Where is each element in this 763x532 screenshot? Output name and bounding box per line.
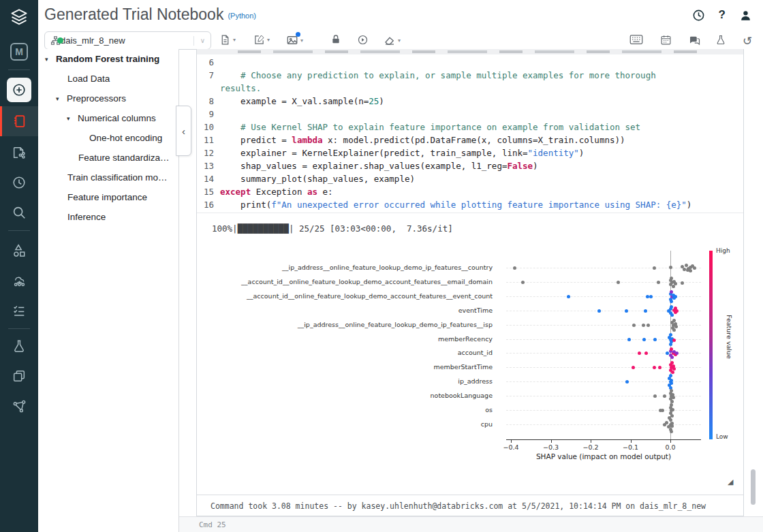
sidebar-divider — [8, 328, 30, 329]
feature-label: ip_address — [458, 377, 493, 385]
toc-item[interactable]: Feature standardiza… — [38, 148, 178, 168]
toc-item[interactable]: ▾Random Forest training — [38, 49, 178, 69]
shap-point — [657, 281, 660, 284]
shap-point — [644, 351, 648, 355]
history-button[interactable]: ↻ — [743, 34, 752, 48]
cluster-selector[interactable]: dais_mlr_8_new ∨ — [44, 31, 211, 50]
toc-item[interactable]: Train classification mo… — [38, 168, 178, 187]
shap-point — [670, 300, 673, 303]
shap-point — [647, 324, 650, 327]
cluster-status-dot — [57, 37, 63, 44]
feature-label: notebookLanguage — [431, 392, 493, 399]
experiments-flask-icon[interactable] — [0, 332, 38, 360]
toc-item-label: Numerical columns — [78, 113, 156, 123]
colorbar-title: Feature value — [726, 315, 733, 359]
toc-item[interactable]: One-hot encoding — [38, 128, 178, 148]
toc-item[interactable]: ▾Numerical columns — [38, 108, 178, 128]
x-tick-label: 0.0 — [665, 443, 675, 451]
lock-button[interactable] — [330, 34, 341, 45]
user-icon[interactable] — [739, 9, 752, 22]
shap-point — [665, 421, 668, 424]
page-title: Generated Trial Notebook(Python) — [44, 5, 256, 24]
shap-point — [653, 338, 657, 341]
toc-caret-icon[interactable]: ▾ — [67, 115, 78, 122]
vertical-scrollbar[interactable] — [751, 469, 756, 505]
feature-label: account_id — [458, 349, 493, 356]
feature-label: __account_id__online_feature_lookup_demo… — [247, 292, 493, 300]
compute-cloud-icon[interactable] — [0, 267, 38, 294]
shap-point — [521, 281, 525, 284]
databricks-logo[interactable] — [0, 4, 38, 31]
shap-point — [670, 389, 673, 392]
models-icon[interactable] — [0, 362, 38, 390]
shap-point — [642, 324, 645, 327]
notebook-cell[interactable]: 67 # Choose any prediction to explain, o… — [196, 49, 744, 516]
shap-point — [685, 264, 688, 267]
notebook-icon[interactable] — [0, 106, 38, 136]
recents-clock-icon[interactable] — [0, 169, 38, 196]
toc-item-label: Random Forest training — [56, 54, 159, 64]
toc-panel: ▾Random Forest trainingLoad Data▾Preproc… — [38, 49, 179, 532]
jobs-checklist-icon[interactable] — [0, 297, 38, 324]
clock-icon[interactable] — [692, 9, 705, 22]
x-axis-tick — [591, 440, 591, 443]
toc-item[interactable]: Inference — [38, 207, 178, 227]
workspace-m-icon[interactable]: M — [0, 38, 38, 65]
shap-point — [671, 371, 674, 374]
toc-item[interactable]: ▾Preprocessors — [38, 89, 178, 108]
shap-point — [653, 366, 656, 369]
feature-label: os — [485, 406, 493, 413]
shap-point — [513, 266, 516, 270]
colorbar-low-label: Low — [716, 433, 728, 440]
x-axis-tick — [670, 440, 671, 443]
search-icon[interactable] — [0, 199, 38, 226]
resize-handle-icon[interactable]: ◢ — [728, 478, 733, 486]
toc-item[interactable]: Load Data — [38, 69, 178, 89]
shap-point — [674, 282, 677, 285]
file-menu-button[interactable]: ▾ — [219, 34, 236, 46]
new-plus-icon[interactable] — [0, 76, 38, 104]
colorbar-high-label: High — [716, 247, 730, 254]
feature-label: cpu — [481, 420, 493, 428]
toc-item-label: Train classification mo… — [67, 172, 168, 183]
shap-point — [653, 394, 657, 398]
feature-store-graph-icon[interactable] — [0, 392, 38, 420]
shap-point — [638, 351, 641, 355]
shap-point — [669, 374, 672, 377]
image-menu-button[interactable]: ▾ — [286, 34, 303, 46]
dropdown-chevron-icon: ∨ — [200, 37, 205, 44]
shap-point — [666, 351, 669, 355]
experiment-flask-button[interactable] — [715, 34, 726, 46]
data-shapes-icon[interactable] — [0, 237, 38, 264]
keyboard-shortcuts-button[interactable] — [629, 34, 643, 45]
shap-point — [661, 409, 664, 412]
feature-label: memberRecency — [438, 335, 493, 343]
toc-caret-icon[interactable]: ▾ — [45, 56, 56, 63]
shap-point — [670, 430, 673, 433]
shap-point — [670, 305, 673, 309]
shap-point — [693, 266, 696, 270]
cell-footer: Command took 3.08 minutes -- by kasey.uh… — [197, 495, 744, 516]
shap-point — [670, 290, 673, 294]
shap-point — [672, 328, 676, 332]
dropdown-caret-icon: ▾ — [233, 37, 236, 43]
sidebar-divider — [8, 69, 30, 70]
toc-caret-icon[interactable]: ▾ — [56, 95, 67, 102]
shap-point — [674, 307, 677, 310]
run-button[interactable] — [357, 34, 369, 46]
shap-point — [675, 351, 679, 355]
feature-label: __ip_address__online_feature_lookup_demo… — [282, 264, 493, 271]
help-icon[interactable]: ? — [719, 8, 726, 22]
repos-icon[interactable] — [0, 139, 38, 166]
calendar-button[interactable] — [660, 34, 672, 46]
shap-point — [670, 414, 674, 418]
app-sidebar: M — [0, 0, 38, 532]
feature-label: eventTime — [458, 307, 493, 314]
shap-point — [567, 295, 570, 298]
comments-button[interactable] — [688, 34, 700, 46]
edit-menu-button[interactable]: ▾ — [253, 34, 270, 46]
toc-item[interactable]: Feature importance — [38, 187, 178, 207]
toc-collapse-button[interactable]: ‹ — [176, 106, 191, 156]
eraser-menu-button[interactable]: ▾ — [384, 34, 401, 46]
toc-item-label: Load Data — [67, 74, 110, 84]
